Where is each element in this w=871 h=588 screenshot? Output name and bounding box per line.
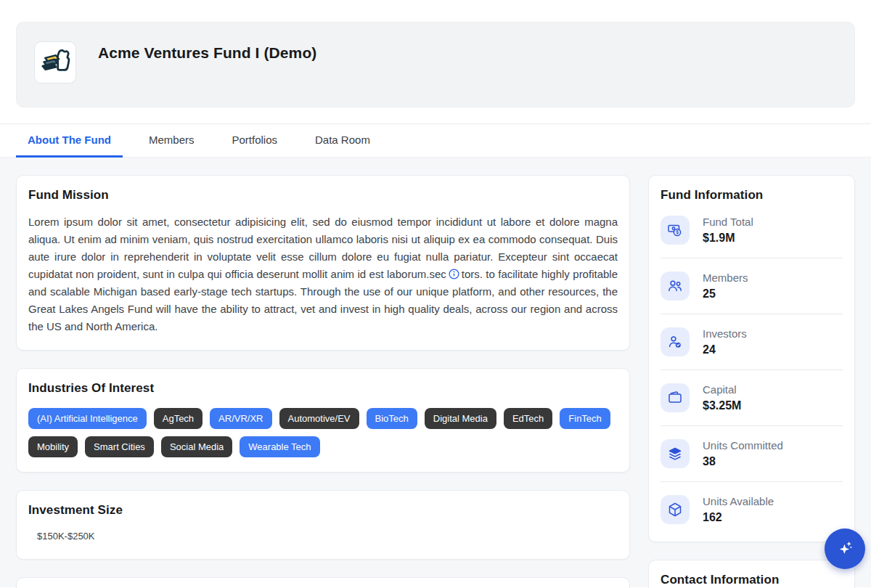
- ai-assistant-fab[interactable]: [825, 528, 865, 569]
- stat-units-committed: Units Committed 38: [661, 426, 843, 482]
- industry-tag: Automotive/EV: [279, 408, 359, 429]
- wallet-icon: [661, 383, 690, 412]
- cube-icon: [661, 495, 690, 524]
- stat-label: Fund Total: [703, 216, 753, 228]
- stat-label: Members: [703, 271, 748, 284]
- stat-value: 38: [703, 455, 783, 468]
- industry-tag-list: (AI) Artificial IntelligenceAgTechAR/VR/…: [28, 408, 618, 457]
- sparkles-icon: [835, 538, 855, 560]
- tab-portfolios[interactable]: Portfolios: [220, 124, 289, 158]
- page-header-section: Acme Ventures Fund I (Demo): [0, 0, 871, 107]
- fund-tabs: About The Fund Members Portfolios Data R…: [0, 123, 871, 158]
- tab-members[interactable]: Members: [137, 124, 206, 158]
- svg-text:$: $: [676, 229, 679, 235]
- cash-icon: $: [661, 216, 690, 245]
- investor-check-icon: [661, 327, 690, 356]
- industry-tag: BioTech: [367, 408, 417, 429]
- industry-tag: FinTech: [560, 408, 610, 429]
- layers-icon: [661, 439, 690, 468]
- sidebar-column: Fund Information $ Fund Total $1.9M: [648, 175, 855, 588]
- stat-value: 24: [703, 343, 747, 356]
- industry-tag: Digital Media: [425, 408, 496, 429]
- fund-header-card: Acme Ventures Fund I (Demo): [16, 22, 855, 107]
- stacked-layers-michigan-logo-icon: [39, 45, 71, 80]
- investment-size-card: Investment Size $150K-$250K: [16, 490, 630, 560]
- stat-label: Units Committed: [703, 439, 783, 452]
- stat-value: $1.9M: [703, 232, 753, 245]
- stat-label: Investors: [703, 327, 747, 340]
- investment-size-heading: Investment Size: [28, 503, 618, 518]
- industry-tag: EdTech: [504, 408, 552, 429]
- industry-tag: Social Media: [161, 436, 232, 457]
- tab-data-room[interactable]: Data Room: [303, 124, 382, 158]
- industries-heading: Industries Of Interest: [28, 381, 618, 396]
- fund-logo: [34, 41, 76, 83]
- contact-information-heading: Contact Information: [661, 573, 843, 587]
- stat-capital: Capital $3.25M: [661, 370, 843, 426]
- page-title: Acme Ventures Fund I (Demo): [98, 44, 316, 62]
- fund-information-heading: Fund Information: [661, 188, 843, 203]
- info-icon[interactable]: [449, 269, 459, 279]
- contact-information-card: Contact Information: [648, 560, 855, 588]
- fund-stats-list: $ Fund Total $1.9M: [661, 214, 843, 527]
- industry-tag: AR/VR/XR: [210, 408, 271, 429]
- industry-tag: Mobility: [28, 436, 78, 457]
- stat-label: Capital: [703, 383, 741, 396]
- tab-about-the-fund[interactable]: About The Fund: [16, 124, 123, 158]
- industry-tag: (AI) Artificial Intelligence: [28, 408, 147, 429]
- industry-tag: AgTech: [154, 408, 203, 429]
- industry-tag: Smart Cities: [85, 436, 154, 457]
- stat-value: $3.25M: [703, 399, 741, 412]
- fund-mission-card: Fund Mission Lorem ipsum dolor sit amet,…: [16, 175, 630, 351]
- main-column: Fund Mission Lorem ipsum dolor sit amet,…: [16, 175, 630, 588]
- investment-size-value: $150K-$250K: [37, 531, 618, 542]
- stat-investors: Investors 24: [661, 314, 843, 370]
- stat-label: Units Available: [703, 495, 774, 507]
- members-icon: [661, 271, 690, 301]
- stat-value: 162: [703, 511, 774, 524]
- industries-card: Industries Of Interest (AI) Artificial I…: [16, 368, 630, 473]
- stat-fund-total: $ Fund Total $1.9M: [661, 214, 843, 258]
- stat-units-available: Units Available 162: [661, 482, 843, 527]
- content-area: Fund Mission Lorem ipsum dolor sit amet,…: [0, 158, 871, 587]
- fund-mission-text: Lorem ipsum dolor sit amet, consectetur …: [28, 213, 618, 335]
- fund-information-card: Fund Information $ Fund Total $1.9M: [648, 175, 855, 542]
- industry-tag: Wearable Tech: [240, 436, 319, 457]
- stat-value: 25: [703, 287, 748, 301]
- stat-members: Members 25: [661, 258, 843, 314]
- investment-types-card: Investment Types: [16, 577, 630, 588]
- fund-mission-heading: Fund Mission: [28, 188, 618, 203]
